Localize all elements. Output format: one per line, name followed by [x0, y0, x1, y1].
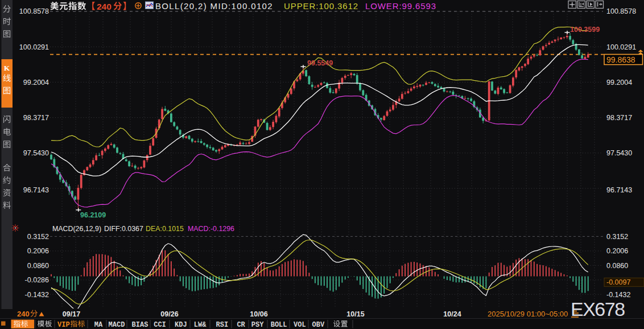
svg-text:-0.0097: -0.0097 — [606, 278, 630, 286]
svg-text:DIFF:0.0367: DIFF:0.0367 — [104, 225, 143, 233]
svg-text:-0.1432: -0.1432 — [606, 291, 630, 299]
svg-text:96.2109: 96.2109 — [80, 211, 106, 219]
svg-text:MA: MA — [94, 321, 103, 329]
svg-text:K: K — [4, 64, 10, 72]
svg-text:LOWER:99.6593: LOWER:99.6593 — [365, 1, 436, 11]
svg-text:KDJ: KDJ — [175, 321, 187, 329]
svg-text:MACD(26,12,9): MACD(26,12,9) — [52, 225, 101, 233]
svg-text:0.2006: 0.2006 — [606, 247, 628, 255]
svg-text:96.7143: 96.7143 — [606, 186, 632, 194]
svg-text:100.0291: 100.0291 — [606, 43, 636, 51]
svg-text:240: 240 — [97, 2, 112, 11]
svg-text:99.5549: 99.5549 — [307, 59, 333, 67]
svg-text:96.7143: 96.7143 — [23, 186, 49, 194]
svg-text:100.8578: 100.8578 — [19, 7, 49, 15]
svg-text:10/06: 10/06 — [250, 310, 267, 318]
svg-text:CR: CR — [237, 321, 245, 329]
svg-text:0.0860: 0.0860 — [27, 262, 49, 270]
svg-text:CCI: CCI — [154, 321, 166, 329]
svg-text:BIAS: BIAS — [132, 321, 148, 329]
svg-text:09/26: 09/26 — [160, 310, 178, 318]
svg-text:0.0860: 0.0860 — [606, 262, 628, 270]
svg-text:MACD:-0.1296: MACD:-0.1296 — [188, 225, 234, 233]
svg-text:98.3717: 98.3717 — [606, 114, 632, 122]
svg-text:0.3152: 0.3152 — [27, 233, 49, 241]
svg-text:UPPER:100.3612: UPPER:100.3612 — [284, 1, 358, 11]
svg-text:100.8578: 100.8578 — [606, 7, 636, 15]
svg-text:BOLL: BOLL — [271, 321, 287, 329]
svg-text:-0.1432: -0.1432 — [25, 291, 49, 299]
svg-text:MACD: MACD — [109, 321, 125, 329]
svg-text:2025/10/29 01:00~05:00: 2025/10/29 01:00~05:00 — [488, 310, 568, 318]
svg-text:BOLL(20,2) MID:100.0102: BOLL(20,2) MID:100.0102 — [155, 1, 273, 11]
svg-text:OBV: OBV — [312, 321, 325, 329]
svg-text:09/17: 09/17 — [63, 310, 80, 318]
svg-text:99.2004: 99.2004 — [606, 79, 632, 87]
svg-text:98.3717: 98.3717 — [23, 114, 49, 122]
svg-text:99.8638: 99.8638 — [606, 55, 635, 64]
svg-text:RSI: RSI — [216, 321, 229, 329]
svg-text:10/15: 10/15 — [346, 310, 364, 318]
svg-text:240: 240 — [17, 310, 30, 318]
svg-text:VOL: VOL — [294, 321, 306, 329]
svg-text:EX678: EX678 — [571, 298, 625, 320]
svg-text:DEA:0.1015: DEA:0.1015 — [146, 225, 184, 233]
svg-text:PSY: PSY — [251, 321, 264, 329]
svg-text:-0.0286: -0.0286 — [25, 276, 49, 284]
svg-text:97.5430: 97.5430 — [606, 149, 632, 157]
svg-text:VIP: VIP — [57, 321, 70, 329]
svg-text:100.3599: 100.3599 — [570, 26, 600, 34]
svg-text:LW&: LW& — [194, 321, 207, 329]
svg-text:99.2004: 99.2004 — [23, 79, 49, 87]
svg-text:10/24: 10/24 — [443, 310, 461, 318]
svg-text:0.3152: 0.3152 — [606, 233, 628, 241]
svg-text:100.0291: 100.0291 — [19, 43, 49, 51]
svg-text:97.5430: 97.5430 — [23, 149, 49, 157]
svg-text:0.2006: 0.2006 — [27, 247, 49, 255]
